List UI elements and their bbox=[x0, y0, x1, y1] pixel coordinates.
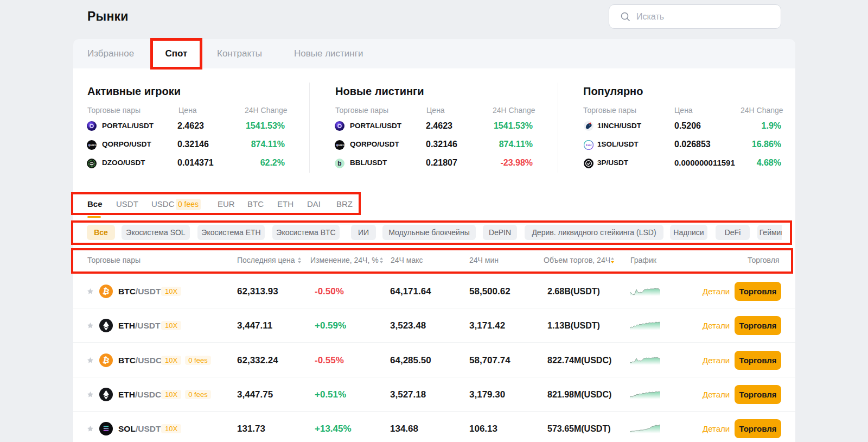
svg-text:QORPO: QORPO bbox=[88, 144, 97, 147]
svg-text:b: b bbox=[337, 160, 341, 167]
svg-text:1sol: 1sol bbox=[586, 143, 592, 147]
svg-text:QORPO: QORPO bbox=[336, 144, 344, 147]
